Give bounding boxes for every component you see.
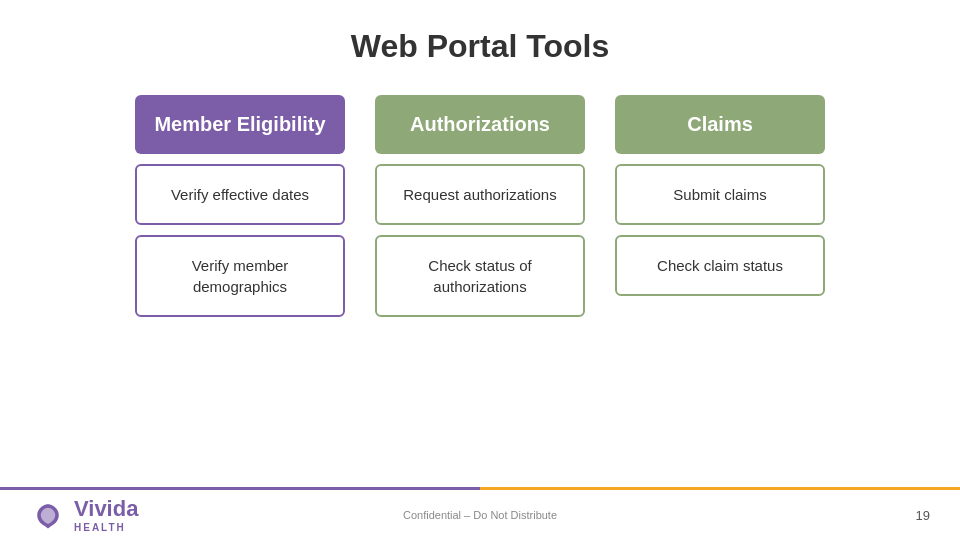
column-claims: Claims Submit claims Check claim status <box>615 95 825 327</box>
footer-confidential-text: Confidential – Do Not Distribute <box>403 509 557 521</box>
column-header-claims: Claims <box>615 95 825 154</box>
footer-logo-text: Vivida HEALTH <box>74 497 138 532</box>
logo-health-label: HEALTH <box>74 522 138 533</box>
column-member-eligibility: Member Eligibility Verify effective date… <box>135 95 345 327</box>
item-verify-effective-dates: Verify effective dates <box>135 164 345 225</box>
item-check-claim-status: Check claim status <box>615 235 825 296</box>
item-request-authorizations: Request authorizations <box>375 164 585 225</box>
columns-container: Member Eligibility Verify effective date… <box>0 95 960 327</box>
item-check-status-authorizations: Check status of authorizations <box>375 235 585 317</box>
footer-page-number: 19 <box>916 508 930 523</box>
vivida-logo-icon <box>30 497 66 533</box>
column-authorizations: Authorizations Request authorizations Ch… <box>375 95 585 327</box>
item-verify-member-demographics: Verify member demographics <box>135 235 345 317</box>
footer: Vivida HEALTH Confidential – Do Not Dist… <box>0 490 960 540</box>
page-title: Web Portal Tools <box>0 0 960 65</box>
column-header-authorizations: Authorizations <box>375 95 585 154</box>
column-header-member-eligibility: Member Eligibility <box>135 95 345 154</box>
item-submit-claims: Submit claims <box>615 164 825 225</box>
footer-logo: Vivida HEALTH <box>30 497 138 533</box>
logo-vivida-label: Vivida <box>74 497 138 521</box>
